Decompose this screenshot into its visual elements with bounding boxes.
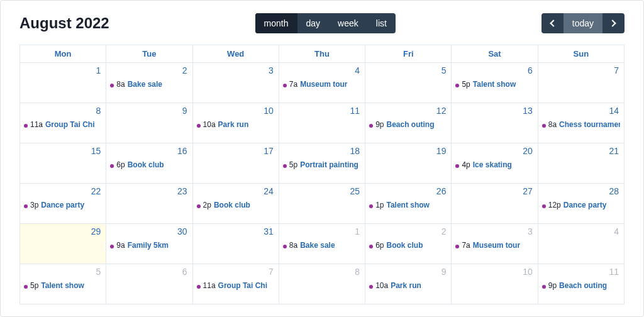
event-item[interactable]: 6pBook club xyxy=(369,240,447,250)
view-list-button[interactable]: list xyxy=(367,13,396,33)
day-cell[interactable]: 25 xyxy=(279,184,365,224)
day-cell[interactable]: 18aBake sale xyxy=(279,224,365,264)
event-item[interactable]: 5pTalent show xyxy=(455,79,533,89)
date-number[interactable]: 11 xyxy=(350,106,360,116)
date-number[interactable]: 8 xyxy=(96,106,101,116)
date-number[interactable]: 3 xyxy=(269,65,274,75)
date-number[interactable]: 1 xyxy=(355,226,360,236)
date-number[interactable]: 8 xyxy=(355,267,360,277)
day-cell[interactable]: 29 xyxy=(20,224,106,264)
date-number[interactable]: 6 xyxy=(182,267,187,277)
day-cell[interactable]: 13 xyxy=(452,103,538,143)
date-number[interactable]: 2 xyxy=(182,65,187,75)
day-cell[interactable]: 711aGroup Tai Chi xyxy=(193,264,279,304)
view-month-button[interactable]: month xyxy=(255,13,297,33)
day-cell[interactable]: 31 xyxy=(193,224,279,264)
date-number[interactable]: 4 xyxy=(355,65,360,75)
date-number[interactable]: 13 xyxy=(523,106,533,116)
day-cell[interactable]: 28aBake sale xyxy=(106,63,192,103)
view-day-button[interactable]: day xyxy=(297,13,330,33)
date-number[interactable]: 6 xyxy=(528,65,533,75)
date-number[interactable]: 14 xyxy=(609,106,619,116)
event-item[interactable]: 4pIce skating xyxy=(455,160,533,170)
event-item[interactable]: 9pBeach outing xyxy=(369,120,447,130)
day-cell[interactable]: 17 xyxy=(193,143,279,184)
date-number[interactable]: 21 xyxy=(609,146,619,156)
day-cell[interactable]: 910aPark run xyxy=(365,264,452,304)
day-cell[interactable]: 15 xyxy=(20,143,106,184)
day-cell[interactable]: 65pTalent show xyxy=(452,63,538,103)
date-number[interactable]: 15 xyxy=(91,146,101,156)
day-cell[interactable]: 8 xyxy=(279,264,365,304)
day-cell[interactable]: 148aChess tournament xyxy=(538,103,625,143)
day-cell[interactable]: 811aGroup Tai Chi xyxy=(20,103,106,143)
date-number[interactable]: 31 xyxy=(264,226,274,236)
event-item[interactable]: 8aChess tournament xyxy=(542,120,620,130)
date-number[interactable]: 5 xyxy=(441,65,447,75)
date-number[interactable]: 7 xyxy=(269,267,274,277)
date-number[interactable]: 28 xyxy=(609,186,619,196)
event-item[interactable]: 12pDance party xyxy=(542,200,620,210)
event-item[interactable]: 1pTalent show xyxy=(369,200,447,210)
date-number[interactable]: 19 xyxy=(436,146,447,156)
date-number[interactable]: 18 xyxy=(350,146,360,156)
date-number[interactable]: 23 xyxy=(177,186,187,196)
day-cell[interactable]: 5 xyxy=(365,63,452,103)
date-number[interactable]: 25 xyxy=(350,186,360,196)
next-button[interactable] xyxy=(602,13,625,33)
date-number[interactable]: 1 xyxy=(96,65,101,75)
date-number[interactable]: 12 xyxy=(436,106,447,116)
event-item[interactable]: 8aBake sale xyxy=(283,240,361,250)
day-cell[interactable]: 27 xyxy=(452,184,538,224)
date-number[interactable]: 22 xyxy=(91,186,101,196)
prev-button[interactable] xyxy=(541,13,564,33)
date-number[interactable]: 24 xyxy=(264,186,274,196)
day-cell[interactable]: 223pDance party xyxy=(20,184,106,224)
date-number[interactable]: 10 xyxy=(523,267,533,277)
date-number[interactable]: 7 xyxy=(614,65,619,75)
day-cell[interactable]: 1010aPark run xyxy=(193,103,279,143)
date-number[interactable]: 16 xyxy=(177,146,187,156)
date-number[interactable]: 17 xyxy=(264,146,274,156)
day-cell[interactable]: 11 xyxy=(279,103,365,143)
date-number[interactable]: 11 xyxy=(609,267,619,277)
event-item[interactable]: 5pTalent show xyxy=(24,281,102,291)
event-item[interactable]: 6pBook club xyxy=(110,160,188,170)
date-number[interactable]: 20 xyxy=(523,146,533,156)
day-cell[interactable]: 309aFamily 5km xyxy=(106,224,192,264)
day-cell[interactable]: 55pTalent show xyxy=(20,264,106,304)
day-cell[interactable]: 19 xyxy=(365,143,452,184)
day-cell[interactable]: 9 xyxy=(106,103,192,143)
day-cell[interactable]: 166pBook club xyxy=(106,143,192,184)
view-week-button[interactable]: week xyxy=(329,13,367,33)
event-item[interactable]: 8aBake sale xyxy=(110,79,188,89)
date-number[interactable]: 10 xyxy=(264,106,274,116)
event-item[interactable]: 11aGroup Tai Chi xyxy=(24,120,102,130)
day-cell[interactable]: 6 xyxy=(106,264,192,304)
date-number[interactable]: 29 xyxy=(91,226,101,236)
day-cell[interactable]: 242pBook club xyxy=(193,184,279,224)
event-item[interactable]: 10aPark run xyxy=(369,281,447,291)
day-cell[interactable]: 129pBeach outing xyxy=(365,103,452,143)
day-cell[interactable]: 2812pDance party xyxy=(538,184,625,224)
day-cell[interactable]: 1 xyxy=(20,63,106,103)
day-cell[interactable]: 47aMuseum tour xyxy=(279,63,365,103)
event-item[interactable]: 3pDance party xyxy=(24,200,102,210)
event-item[interactable]: 10aPark run xyxy=(197,120,275,130)
day-cell[interactable]: 204pIce skating xyxy=(452,143,538,184)
day-cell[interactable]: 37aMuseum tour xyxy=(452,224,538,264)
day-cell[interactable]: 10 xyxy=(452,264,538,304)
event-item[interactable]: 7aMuseum tour xyxy=(455,240,533,250)
day-cell[interactable]: 119pBeach outing xyxy=(538,264,625,304)
date-number[interactable]: 9 xyxy=(441,267,447,277)
day-cell[interactable]: 23 xyxy=(106,184,192,224)
date-number[interactable]: 27 xyxy=(523,186,533,196)
date-number[interactable]: 9 xyxy=(182,106,187,116)
event-item[interactable]: 11aGroup Tai Chi xyxy=(197,281,275,291)
date-number[interactable]: 30 xyxy=(177,226,187,236)
date-number[interactable]: 26 xyxy=(436,186,447,196)
day-cell[interactable]: 26pBook club xyxy=(365,224,452,264)
date-number[interactable]: 4 xyxy=(614,226,619,236)
day-cell[interactable]: 4 xyxy=(538,224,625,264)
event-item[interactable]: 7aMuseum tour xyxy=(283,79,361,89)
